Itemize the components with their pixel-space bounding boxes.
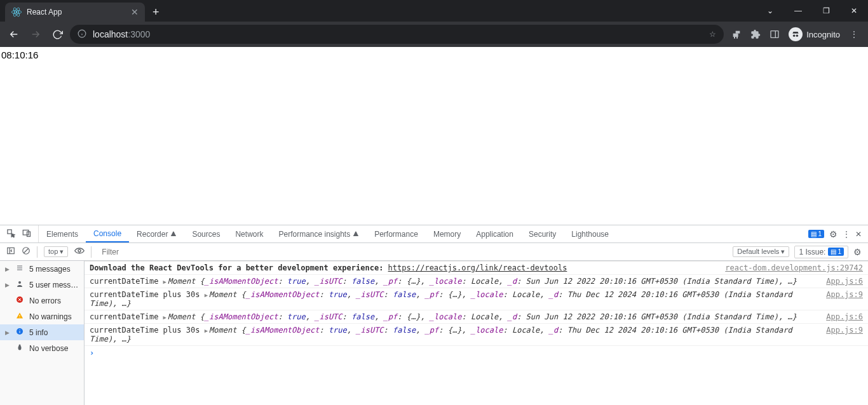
context-selector[interactable]: top ▾: [44, 246, 68, 257]
source-link[interactable]: App.js:6: [826, 312, 863, 321]
source-link[interactable]: App.js:9: [826, 326, 863, 335]
browser-titlebar: React App ✕ + ⌄ ― ❐ ✕: [0, 0, 868, 22]
devtools-close-icon[interactable]: ✕: [855, 230, 862, 239]
svg-point-22: [78, 249, 81, 252]
svg-point-33: [18, 346, 22, 350]
svg-rect-7: [736, 31, 740, 34]
source-link[interactable]: App.js:9: [826, 290, 863, 299]
devtools-tab-memory[interactable]: Memory: [426, 225, 468, 242]
page-content: 08:10:16: [0, 47, 868, 225]
live-expression-icon[interactable]: [74, 247, 85, 256]
devtools-tabs: ElementsConsoleRecorder⯅SourcesNetworkPe…: [0, 225, 868, 243]
svg-rect-15: [8, 229, 11, 233]
console-toolbar: top ▾ Default levels ▾ 1 Issue: ▤ 1 ⚙: [0, 243, 868, 261]
devtools-tab-recorder[interactable]: Recorder⯅: [129, 225, 184, 242]
tab-title: React App: [27, 8, 131, 17]
svg-point-13: [793, 35, 796, 37]
devtools-tab-elements[interactable]: Elements: [39, 225, 86, 242]
kebab-menu-icon[interactable]: ⋮: [845, 25, 863, 43]
devtools-tab-console[interactable]: Console: [86, 225, 129, 242]
svg-line-21: [24, 249, 29, 253]
incognito-indicator[interactable]: Incognito: [785, 27, 844, 41]
clear-console-icon[interactable]: [22, 246, 31, 257]
source-link[interactable]: App.js:6: [826, 277, 863, 286]
devtools-tab-lighthouse[interactable]: Lighthouse: [564, 225, 616, 242]
svg-rect-16: [23, 230, 29, 235]
sidebar-row-bug[interactable]: No verbose: [0, 340, 84, 356]
minimize-icon[interactable]: ―: [784, 0, 812, 22]
console-line: currentDateTime ▶Moment {_isAMomentObjec…: [85, 310, 868, 324]
devtools: ElementsConsoleRecorder⯅SourcesNetworkPe…: [0, 225, 868, 405]
toggle-sidebar-icon[interactable]: [6, 246, 15, 257]
console-output: Download the React DevTools for a better…: [85, 261, 868, 405]
console-line: currentDateTime ▶Moment {_isAMomentObjec…: [85, 275, 868, 288]
console-filter[interactable]: [98, 245, 726, 259]
url-text: localhost:3000: [93, 29, 150, 39]
svg-point-29: [20, 317, 20, 318]
sidebar-row-warn[interactable]: No warnings: [0, 309, 84, 324]
issues-badge[interactable]: ▤ 1: [808, 230, 824, 238]
console-line: currentDateTime plus 30s ▶Moment {_isAMo…: [85, 324, 868, 346]
react-favicon: [11, 7, 22, 17]
incognito-label: Incognito: [806, 30, 840, 39]
new-tab-button[interactable]: +: [153, 3, 159, 22]
nav-forward-button[interactable]: [27, 25, 44, 43]
devtools-tab-performance-insights[interactable]: Performance insights⯅: [271, 225, 367, 242]
svg-point-14: [796, 35, 799, 37]
time-display: 08:10:16: [1, 50, 38, 60]
browser-tab[interactable]: React App ✕: [5, 3, 145, 22]
console-prompt[interactable]: ›: [85, 346, 868, 360]
window-controls: ⌄ ― ❐ ✕: [756, 0, 868, 22]
svg-rect-10: [736, 37, 738, 39]
incognito-icon: [789, 27, 803, 41]
omnibox[interactable]: localhost:3000 ☆: [70, 25, 724, 44]
close-tab-icon[interactable]: ✕: [131, 7, 139, 17]
svg-point-32: [19, 329, 20, 330]
dino-icon[interactable]: [728, 25, 745, 43]
device-toggle-icon[interactable]: [22, 229, 32, 240]
sidebar-row-list[interactable]: ▶5 messages: [0, 261, 84, 277]
devtools-tab-performance[interactable]: Performance: [367, 225, 426, 242]
console-line: currentDateTime plus 30s ▶Moment {_isAMo…: [85, 288, 868, 310]
address-bar: localhost:3000 ☆ Incognito ⋮: [0, 22, 868, 47]
log-levels-selector[interactable]: Default levels ▾: [733, 246, 789, 257]
sidebar-row-error[interactable]: No errors: [0, 293, 84, 309]
issues-pill[interactable]: 1 Issue: ▤ 1: [794, 246, 848, 258]
console-settings-icon[interactable]: ⚙: [853, 247, 862, 257]
sidebar-row-info[interactable]: ▶5 info: [0, 324, 84, 340]
svg-point-26: [18, 281, 21, 284]
svg-point-34: [19, 345, 21, 347]
console-line: Download the React DevTools for a better…: [85, 261, 868, 275]
nav-back-button[interactable]: [5, 25, 23, 43]
svg-point-0: [16, 11, 18, 13]
devtools-tab-network[interactable]: Network: [227, 225, 271, 242]
svg-rect-9: [734, 37, 735, 39]
sidebar-row-user[interactable]: ▶5 user mess…: [0, 277, 84, 293]
nav-reload-button[interactable]: [48, 25, 66, 43]
side-panel-icon[interactable]: [766, 25, 783, 43]
devtools-more-icon[interactable]: ⋮: [843, 230, 850, 239]
extensions-icon[interactable]: [747, 25, 764, 43]
maximize-icon[interactable]: ❐: [812, 0, 840, 22]
filter-input[interactable]: [98, 245, 726, 259]
bookmark-star-icon[interactable]: ☆: [709, 30, 716, 39]
devtools-tab-application[interactable]: Application: [468, 225, 521, 242]
chevron-down-icon[interactable]: ⌄: [756, 0, 784, 22]
svg-rect-8: [733, 34, 738, 37]
devtools-tab-sources[interactable]: Sources: [184, 225, 227, 242]
inspect-icon[interactable]: [6, 229, 16, 240]
close-window-icon[interactable]: ✕: [840, 0, 868, 22]
source-link[interactable]: react-dom.development.js:29742: [725, 263, 863, 272]
devtools-tab-security[interactable]: Security: [521, 225, 564, 242]
toolbar-right: Incognito ⋮: [728, 25, 863, 43]
devtools-settings-icon[interactable]: ⚙: [829, 229, 837, 239]
site-info-icon[interactable]: [78, 29, 86, 40]
svg-rect-11: [771, 31, 778, 38]
console-sidebar: ▶5 messages▶5 user mess…No errorsNo warn…: [0, 261, 85, 405]
